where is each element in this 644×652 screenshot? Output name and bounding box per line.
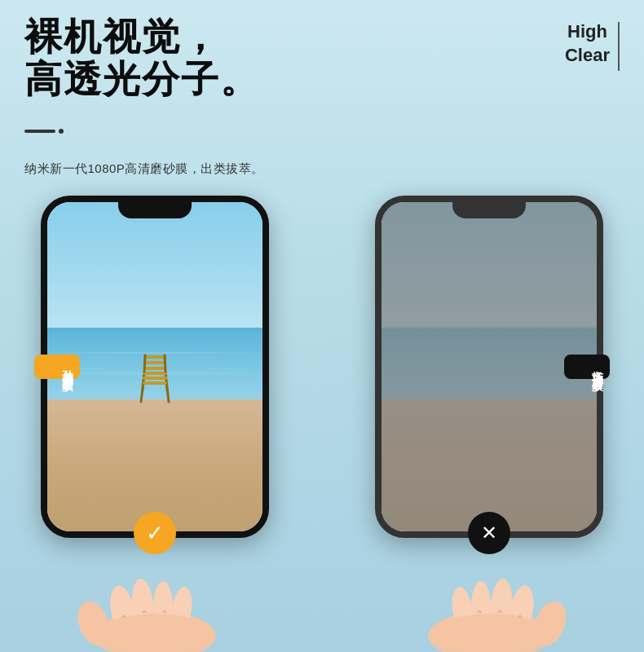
svg-line-10 bbox=[144, 355, 145, 372]
svg-rect-8 bbox=[143, 361, 166, 364]
right-phone-container: 市场普通磨砂膜 bbox=[359, 196, 620, 652]
high-clear-block: High Clear bbox=[565, 20, 610, 67]
left-hand-area bbox=[24, 562, 285, 652]
svg-rect-9 bbox=[143, 367, 166, 370]
check-icon: ✓ bbox=[134, 512, 176, 554]
clear-label: Clear bbox=[565, 44, 610, 68]
dash-decoration bbox=[24, 129, 64, 134]
left-phone-notch bbox=[118, 202, 192, 218]
right-phone-notch bbox=[452, 202, 526, 218]
dash-dot bbox=[59, 129, 64, 134]
top-right-labels: High Clear bbox=[565, 20, 620, 71]
top-section: 裸机视觉， 高透光分子。 High Clear bbox=[0, 0, 644, 130]
subtitle: 纳米新一代1080P高清磨砂膜，出类拔萃。 bbox=[24, 161, 264, 177]
left-badge: 劲林进口磨砂膜 bbox=[34, 355, 80, 379]
high-label: High bbox=[565, 20, 610, 44]
check-mark: ✓ bbox=[146, 521, 164, 546]
right-hand-svg bbox=[383, 562, 595, 652]
headline: 裸机视觉， 高透光分子。 bbox=[24, 16, 259, 100]
headline-line2: 高透光分子。 bbox=[24, 58, 259, 101]
right-badge: 市场普通磨砂膜 bbox=[564, 355, 610, 379]
dash-long bbox=[24, 130, 55, 133]
main-container: 裸机视觉， 高透光分子。 High Clear 纳米新一代1080P高清磨砂膜，… bbox=[0, 0, 644, 652]
left-hand-svg bbox=[49, 562, 261, 652]
vertical-divider bbox=[618, 22, 620, 71]
left-phone-container: 劲林进口磨砂膜 bbox=[24, 196, 285, 652]
beach-chair bbox=[135, 349, 175, 406]
svg-line-11 bbox=[165, 355, 165, 372]
svg-rect-6 bbox=[143, 381, 167, 385]
svg-rect-5 bbox=[143, 377, 167, 380]
headline-line1: 裸机视觉， bbox=[24, 16, 259, 58]
svg-rect-4 bbox=[143, 372, 167, 375]
svg-rect-7 bbox=[143, 355, 166, 359]
x-mark: ✕ bbox=[481, 522, 497, 544]
x-icon: ✕ bbox=[468, 512, 510, 554]
right-hand-area bbox=[359, 562, 620, 652]
